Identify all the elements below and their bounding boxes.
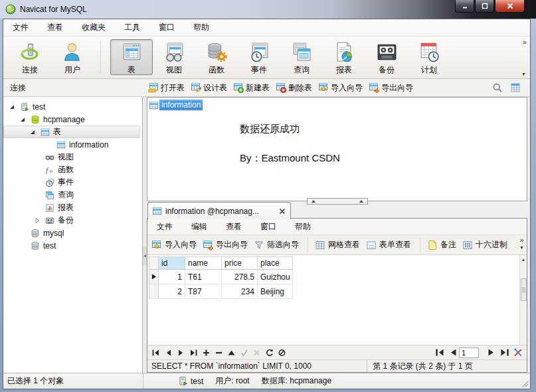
tw-grid-view-button[interactable]: 网格查看: [315, 239, 360, 250]
tw-menu-help[interactable]: 帮助: [288, 219, 317, 235]
minimize-button[interactable]: [455, 0, 474, 13]
scroll-up-icon[interactable]: ▲: [520, 255, 527, 264]
toolbar-event[interactable]: 事件: [238, 39, 280, 75]
tree-item-test[interactable]: test: [3, 100, 142, 113]
scrollbar-thumb[interactable]: [521, 278, 527, 301]
next-page-icon[interactable]: [487, 348, 496, 357]
toolbar-view[interactable]: 视图: [153, 39, 195, 75]
tools-icon[interactable]: [513, 348, 523, 357]
resize-grip-icon[interactable]: [522, 381, 529, 387]
toolbar-table[interactable]: 表: [110, 39, 153, 75]
tree-item-label: 函数: [58, 164, 74, 175]
collapsed-arrow-icon[interactable]: [34, 217, 41, 224]
overflow-chevron-icon: »: [519, 237, 523, 244]
expanded-arrow-icon[interactable]: [9, 104, 15, 110]
search-icon[interactable]: [492, 82, 503, 93]
refresh-icon[interactable]: [265, 349, 274, 357]
toolbar-function[interactable]: 函数: [195, 39, 238, 75]
tree-item-functions[interactable]: fo 函数: [3, 163, 142, 176]
previous-record-icon[interactable]: [164, 349, 173, 357]
cell-price[interactable]: 278.5: [222, 270, 258, 284]
maximize-button[interactable]: [475, 0, 494, 13]
menu-file[interactable]: 文件: [6, 19, 35, 36]
table-row[interactable]: 2 T87 234 Beijing: [149, 284, 293, 299]
tree-item-test2[interactable]: test: [3, 239, 142, 252]
cell-place[interactable]: Beijing: [258, 284, 293, 299]
tab-close-icon[interactable]: [278, 207, 286, 215]
column-grid-icon[interactable]: [510, 82, 521, 93]
export-wizard-button[interactable]: 导出向导: [369, 82, 413, 94]
tree-item-information[interactable]: information: [3, 138, 142, 151]
tw-menu-file[interactable]: 文件: [150, 219, 179, 235]
cell-price[interactable]: 234: [222, 284, 258, 299]
tree-item-events[interactable]: 事件: [3, 176, 142, 189]
next-record-icon[interactable]: [177, 349, 185, 357]
first-page-icon[interactable]: [435, 348, 444, 357]
cell-id[interactable]: 2: [159, 284, 185, 299]
delete-record-icon[interactable]: [215, 349, 223, 357]
menu-window[interactable]: 窗口: [152, 19, 181, 36]
tree-item-queries[interactable]: 查询: [3, 189, 142, 201]
tab-title: information @hcpmanag...: [165, 207, 259, 216]
import-wizard-button[interactable]: 导入向导: [318, 82, 363, 94]
column-header-name[interactable]: name: [185, 257, 222, 270]
tab-information[interactable]: information @hcpmanag...: [147, 202, 291, 219]
menu-help[interactable]: 帮助: [187, 19, 216, 36]
new-table-button[interactable]: 新建表: [233, 82, 270, 94]
tree-item-mysql[interactable]: mysql: [3, 227, 142, 239]
vertical-scrollbar[interactable]: ▲: [519, 255, 527, 345]
page-number-input[interactable]: [459, 347, 479, 358]
toolbar-overflow-chevron-icon[interactable]: »: [523, 38, 527, 46]
menu-tools[interactable]: 工具: [118, 19, 147, 36]
expanded-arrow-icon[interactable]: [29, 129, 36, 136]
design-table-button[interactable]: 设计表: [191, 82, 227, 94]
function-small-icon: fo: [45, 165, 54, 175]
last-record-icon[interactable]: [189, 349, 198, 357]
open-table-button[interactable]: 打开表: [148, 82, 185, 94]
table-row[interactable]: 1 T61 278.5 Guizhou: [149, 270, 293, 284]
toolbar-backup[interactable]: 备份: [365, 39, 408, 75]
report-icon: [333, 41, 355, 63]
menu-view[interactable]: 查看: [41, 19, 70, 36]
tw-hex-button[interactable]: 十六进制: [462, 239, 507, 250]
previous-page-icon[interactable]: [448, 348, 458, 357]
tree-item-views[interactable]: 视图: [3, 151, 142, 163]
tw-menu-edit[interactable]: 编辑: [185, 219, 214, 235]
toolbar-dropdown-icon[interactable]: ▼: [521, 72, 526, 76]
tw-form-view-button[interactable]: 表单查看: [366, 239, 411, 250]
toolbar-user[interactable]: 用户: [51, 39, 94, 75]
tree-item-hcpmanage[interactable]: hcpmanage: [3, 113, 142, 126]
tree-item-tables[interactable]: 表: [3, 126, 140, 138]
tw-export-wizard-button[interactable]: 导出向导: [203, 239, 248, 250]
cell-id[interactable]: 1: [159, 270, 185, 284]
tree-item-reports[interactable]: 报表: [3, 201, 142, 214]
stop-icon[interactable]: [278, 349, 286, 357]
column-header-id[interactable]: id: [159, 257, 185, 270]
tw-import-wizard-button[interactable]: 导入向导: [151, 239, 197, 250]
close-button[interactable]: [495, 0, 525, 13]
tw-menu-view[interactable]: 查看: [219, 219, 248, 235]
tw-menu-window[interactable]: 窗口: [254, 219, 283, 235]
toolbar-report[interactable]: 报表: [323, 39, 365, 75]
toolbar-query[interactable]: 查询: [280, 39, 323, 75]
caret-up-icon[interactable]: [227, 349, 236, 357]
tw-filter-wizard-button[interactable]: 筛选向导: [254, 239, 299, 250]
object-list-item-information[interactable]: information: [149, 100, 203, 110]
toolbar-connection[interactable]: 连接: [9, 39, 51, 75]
column-header-place[interactable]: place: [258, 257, 293, 270]
expanded-arrow-icon[interactable]: [19, 116, 26, 123]
cell-name[interactable]: T87: [185, 284, 222, 299]
cell-place[interactable]: Guizhou: [258, 270, 293, 284]
cell-name[interactable]: T61: [185, 270, 222, 284]
tw-toolbar-overflow[interactable]: »▼: [519, 237, 524, 251]
toolbar-schedule[interactable]: 计划: [408, 39, 450, 75]
delete-table-button[interactable]: 删除表: [276, 82, 312, 94]
column-header-price[interactable]: price: [222, 257, 258, 270]
add-record-icon[interactable]: [202, 349, 211, 357]
menu-favorites[interactable]: 收藏夹: [75, 19, 112, 36]
tree-item-label: hcpmanage: [43, 115, 85, 124]
last-page-icon[interactable]: [500, 348, 509, 357]
tw-memo-button[interactable]: 备注: [427, 239, 456, 250]
tree-item-backup[interactable]: 备份: [3, 214, 142, 227]
first-record-icon[interactable]: [151, 349, 160, 357]
